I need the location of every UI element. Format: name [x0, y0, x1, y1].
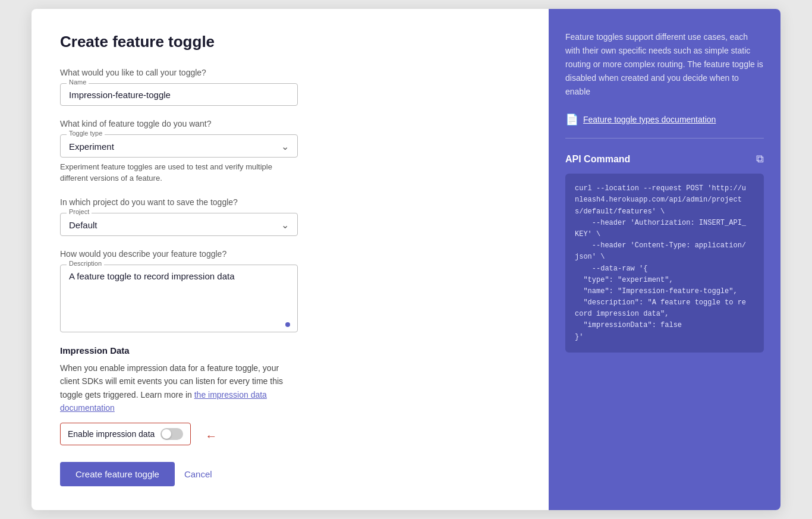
name-question: What would you like to call your toggle? — [60, 68, 298, 77]
enable-impression-toggle[interactable] — [160, 428, 183, 440]
description-label: Description — [67, 260, 104, 267]
api-code-block: curl --location --request POST 'http://u… — [565, 174, 764, 353]
create-feature-toggle-button[interactable]: Create feature toggle — [60, 462, 175, 486]
description-question: How would you describe your feature togg… — [60, 249, 298, 259]
name-field-group: What would you like to call your toggle?… — [60, 68, 298, 106]
arrow-indicator-icon: ← — [205, 429, 217, 443]
name-input-wrapper: Name — [60, 83, 298, 106]
left-panel: Create feature toggle What would you lik… — [32, 9, 549, 511]
impression-data-section: Impression Data When you enable impressi… — [60, 345, 298, 449]
cancel-button[interactable]: Cancel — [184, 469, 212, 479]
toggle-type-value: Experiment — [69, 141, 114, 152]
feature-toggle-types-doc-link[interactable]: Feature toggle types documentation — [583, 115, 716, 124]
impression-section-title: Impression Data — [60, 345, 298, 356]
project-field-group: In which project do you want to save the… — [60, 197, 298, 236]
toggle-type-select[interactable]: Toggle type Experiment ⌄ — [60, 134, 298, 158]
description-textarea-wrapper: Description A feature toggle to record i… — [60, 265, 298, 332]
toggle-type-label: Toggle type — [67, 130, 105, 137]
toggle-type-hint: Experiment feature toggles are used to t… — [60, 161, 298, 184]
enable-impression-toggle-row: Enable impression data — [60, 423, 191, 445]
project-question: In which project do you want to save the… — [60, 197, 298, 207]
document-icon: 📄 — [565, 113, 578, 126]
action-row: Create feature toggle Cancel — [60, 462, 298, 486]
chevron-down-icon: ⌄ — [281, 141, 289, 152]
project-display[interactable]: Default ⌄ — [69, 219, 289, 231]
sidebar-description: Feature toggles support different use ca… — [565, 30, 764, 99]
chevron-down-icon-2: ⌄ — [281, 219, 289, 231]
description-textarea[interactable]: A feature toggle to record impression da… — [69, 271, 289, 325]
toggle-type-display[interactable]: Experiment ⌄ — [69, 141, 289, 152]
modal-container: Create feature toggle What would you lik… — [32, 9, 780, 511]
right-panel: Feature toggles support different use ca… — [549, 9, 780, 511]
toggle-type-field-group: What kind of feature toggle do you want?… — [60, 119, 298, 184]
api-header: API Command ⧉ — [565, 153, 764, 165]
copy-icon[interactable]: ⧉ — [756, 153, 764, 165]
enable-impression-label: Enable impression data — [68, 429, 155, 439]
name-input[interactable] — [69, 90, 289, 100]
name-label: Name — [67, 78, 89, 86]
toggle-type-question: What kind of feature toggle do you want? — [60, 119, 298, 128]
doc-link-row: 📄 Feature toggle types documentation — [565, 113, 764, 139]
project-label: Project — [67, 208, 92, 215]
page-title: Create feature toggle — [60, 33, 298, 51]
resize-handle-icon[interactable] — [285, 322, 290, 327]
project-value: Default — [69, 220, 97, 230]
description-field-group: How would you describe your feature togg… — [60, 249, 298, 332]
project-select[interactable]: Project Default ⌄ — [60, 213, 298, 236]
api-command-title: API Command — [565, 154, 630, 165]
impression-description: When you enable impression data for a fe… — [60, 361, 298, 415]
